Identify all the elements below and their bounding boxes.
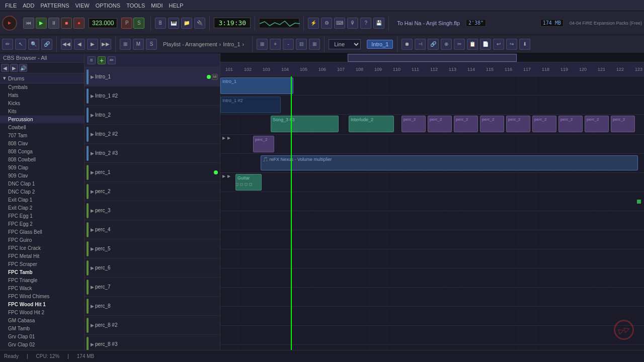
sidebar-item-cowbell[interactable]: Cowbell xyxy=(0,124,84,132)
record-to-pattern-btn[interactable]: ⏺ xyxy=(401,39,413,50)
collapse-btn[interactable]: ⊟ xyxy=(296,39,307,50)
track-row-perc8[interactable]: ▶ perc_8 xyxy=(85,297,220,316)
nav-next-btn[interactable]: ▶▶ xyxy=(100,39,111,50)
track-row-intro2-3[interactable]: ▶ Intro_2 #3 xyxy=(85,144,220,163)
keyboard-btn[interactable]: ⌨ xyxy=(334,18,345,29)
pattern-intro1-btn[interactable]: Intro_1 xyxy=(367,40,393,49)
sidebar-item-dncclap2[interactable]: DNC Clap 2 xyxy=(0,188,84,196)
sidebar-item-808cowbell[interactable]: 808 Cowbell xyxy=(0,156,84,164)
menu-file[interactable]: FILE xyxy=(2,2,20,10)
browser-btn[interactable]: 📁 xyxy=(181,18,192,29)
guitar-dot-2[interactable] xyxy=(240,183,243,186)
sidebar-item-cymbals[interactable]: Cymbals xyxy=(0,83,84,92)
draw-tool-btn[interactable]: ✏ xyxy=(2,39,13,50)
record-button[interactable]: ● xyxy=(73,18,85,29)
sidebar-item-fpctriangle[interactable]: FPC Triangle xyxy=(0,277,84,285)
record-settings-btn[interactable]: 🎙 xyxy=(347,18,358,29)
arr-track-11[interactable] xyxy=(220,268,644,288)
sidebar-item-kits[interactable]: Kits xyxy=(0,108,84,116)
arr-block-perc2-8[interactable]: perc_2 xyxy=(585,116,609,132)
pattern-mode-btn[interactable]: P xyxy=(121,18,132,29)
track-row-perc3[interactable]: ▶ perc_3 xyxy=(85,201,220,220)
arr-block-perc2-7[interactable]: perc_2 xyxy=(558,116,583,132)
arr-track4-btn1[interactable]: ▶ xyxy=(222,136,225,140)
sidebar-item-gmcabasa[interactable]: GM Cabasa xyxy=(0,317,84,325)
arr-track6-btn1[interactable]: ▶ xyxy=(222,174,225,178)
guitar-dot-1[interactable] xyxy=(235,183,238,186)
sidebar-item-fpctamb[interactable]: FPC Tamb xyxy=(0,268,84,277)
arr-track-15[interactable] xyxy=(220,345,644,350)
sidebar-item-808conga[interactable]: 808 Conga xyxy=(0,148,84,156)
arr-track-14[interactable] xyxy=(220,326,644,345)
sidebar-item-fpcwoodhit1[interactable]: FPC Wood Hit 1 xyxy=(0,301,84,309)
nav-prev-small-btn[interactable]: ◀ xyxy=(74,39,85,50)
bpm-display[interactable]: 323.000 xyxy=(89,18,117,28)
arrangement-minimap[interactable] xyxy=(220,53,644,62)
sidebar-item-grvclap02[interactable]: Grv Clap 02 xyxy=(0,341,84,349)
play-button[interactable]: ▶ xyxy=(36,18,47,29)
solo-btn[interactable]: S xyxy=(146,39,157,50)
pause-button[interactable]: ⏸ xyxy=(48,18,59,29)
guitar-dot-4[interactable] xyxy=(249,183,252,186)
track-row-intro1-2[interactable]: ▶ Intro_1 #2 xyxy=(85,86,220,106)
track-row-intro2[interactable]: ▶ Intro_2 xyxy=(85,106,220,125)
arr-track4-btn2[interactable]: ▶ xyxy=(227,136,230,140)
stop-button[interactable]: ■ xyxy=(61,18,72,29)
link2-btn[interactable]: 🔗 xyxy=(428,39,439,50)
piano-btn[interactable]: 🎹 xyxy=(168,18,179,29)
track-row-perc8-3[interactable]: ▶ perc_8 #3 xyxy=(85,335,220,350)
breadcrumb-intro1[interactable]: Intro_1 xyxy=(223,41,240,47)
menu-tools[interactable]: TOOLS xyxy=(123,2,148,10)
add-track-button[interactable]: + xyxy=(98,56,106,64)
track-mute-intro1[interactable]: M xyxy=(212,74,218,80)
arr-track-5[interactable]: 🎵 reFX Nexus - Volume multiplier xyxy=(220,154,644,173)
mixer-btn[interactable]: 🎚 xyxy=(155,18,166,29)
sidebar-item-grvclap01[interactable]: Grv Clap 01 xyxy=(0,333,84,341)
sidebar-category-drums[interactable]: ▾ Drums xyxy=(0,73,84,83)
detach-btn[interactable]: ⊣ xyxy=(415,39,426,50)
arr-track6-btn2[interactable]: ▶ xyxy=(227,174,230,178)
sidebar-item-gmtamb[interactable]: GM Tamb xyxy=(0,325,84,333)
down-arrow-btn[interactable]: ⬇ xyxy=(519,39,530,50)
sidebar-item-fpcicecrack[interactable]: FPC Ice Crack xyxy=(0,244,84,252)
plugin-btn[interactable]: 🔌 xyxy=(194,18,205,29)
arr-block-intro1-2[interactable]: Intro_1 #2 xyxy=(220,97,281,113)
menu-patterns[interactable]: PATTERNS xyxy=(37,2,72,10)
select-tool-btn[interactable]: ↖ xyxy=(15,39,26,50)
track-row-perc2[interactable]: ▶ perc_2 xyxy=(85,182,220,201)
sidebar-item-fpcscraper[interactable]: FPC Scraper xyxy=(0,260,84,268)
sidebar-item-kicks[interactable]: Kicks xyxy=(0,100,84,108)
menu-midi[interactable]: MIDI xyxy=(148,2,166,10)
sidebar-item-fpcmetalhit[interactable]: FPC Metal Hit xyxy=(0,252,84,260)
breadcrumb-playlist[interactable]: Playlist - Arrangement xyxy=(163,41,217,47)
sidebar-item-fpcwoodhit2[interactable]: FPC Wood Hit 2 xyxy=(0,309,84,317)
track-list-menu-btn[interactable]: ≡ xyxy=(88,56,96,64)
sidebar-item-fpcegg1[interactable]: FPC Egg 1 xyxy=(0,212,84,220)
arr-block-perc2-4[interactable]: perc_2 xyxy=(480,116,504,132)
arrangement-canvas[interactable]: Intro_1 Intro_1 #2 Song_3 #3 xyxy=(220,76,644,350)
arr-track-13[interactable] xyxy=(220,307,644,326)
arr-track-1[interactable]: Intro_1 xyxy=(220,76,644,96)
arr-block-perc2-2[interactable]: perc_2 xyxy=(428,116,452,132)
mode-dropdown[interactable]: Line Curve xyxy=(329,39,361,49)
paste-btn[interactable]: 📄 xyxy=(480,39,491,50)
track-row-perc5[interactable]: ▶ perc_5 xyxy=(85,239,220,258)
arr-block-nexus[interactable]: 🎵 reFX Nexus - Volume multiplier xyxy=(261,155,638,170)
link-btn[interactable]: 🔗 xyxy=(41,39,52,50)
expand-btn[interactable]: ⊞ xyxy=(309,39,320,50)
mute-btn[interactable]: M xyxy=(133,39,144,50)
arr-track-2[interactable]: Intro_1 #2 xyxy=(220,96,644,115)
track-row-perc1[interactable]: ▶ perc_1 xyxy=(85,163,220,182)
arr-block-perc2-9[interactable]: perc_2 xyxy=(611,116,635,132)
sidebar-item-exitclap1[interactable]: Exit Clap 1 xyxy=(0,196,84,204)
track-row-perc6[interactable]: ▶ perc_6 xyxy=(85,258,220,278)
arr-block-intro1[interactable]: Intro_1 xyxy=(220,77,293,94)
arr-block-song3-interlude2b[interactable]: Interlude_2 xyxy=(349,116,394,132)
sidebar-item-exitclap2[interactable]: Exit Clap 2 xyxy=(0,204,84,212)
arr-block-perc2-3[interactable]: perc_2 xyxy=(454,116,478,132)
cpu-monitor-btn[interactable]: ⚡ xyxy=(308,18,319,29)
sidebar-nav-fwd[interactable]: ▶ xyxy=(10,64,18,72)
track-pencil-btn[interactable]: ✏ xyxy=(108,56,116,64)
grid-btn[interactable]: ⊞ xyxy=(257,39,268,50)
sidebar-nav-back[interactable]: ◀ xyxy=(1,64,9,72)
